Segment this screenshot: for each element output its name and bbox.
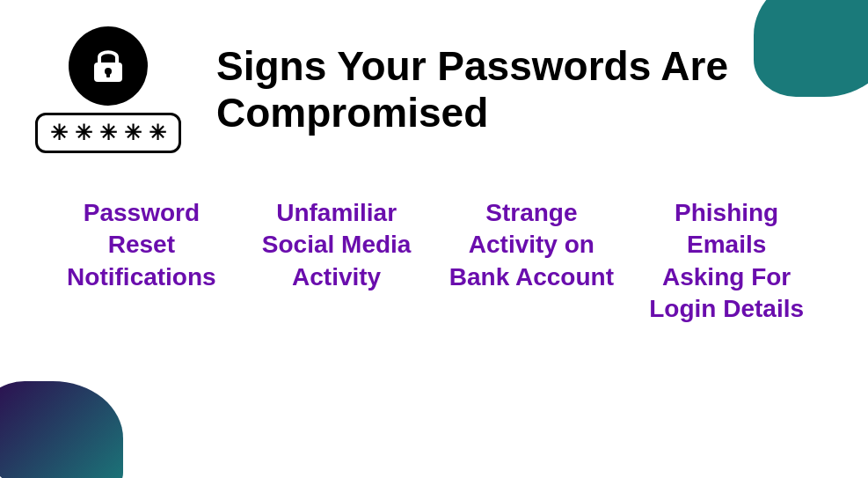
title-line-1: Signs Your Passwords Are: [216, 43, 728, 90]
sign-text-2: UnfamiliarSocial MediaActivity: [240, 197, 434, 293]
password-dots-box: ✳ ✳ ✳ ✳ ✳: [35, 113, 181, 153]
lock-icon: [85, 43, 131, 89]
asterisk-4: ✳: [124, 122, 142, 143]
sign-text-4: PhishingEmailsAsking ForLogin Details: [630, 197, 823, 326]
lock-icon-circle: [69, 26, 148, 106]
main-container: ✳ ✳ ✳ ✳ ✳ Signs Your Passwords Are Compr…: [0, 0, 868, 478]
sign-text-1: PasswordResetNotifications: [45, 197, 238, 293]
asterisk-3: ✳: [99, 122, 117, 143]
sign-item-1: PasswordResetNotifications: [45, 197, 238, 293]
sign-item-4: PhishingEmailsAsking ForLogin Details: [630, 197, 823, 326]
asterisk-1: ✳: [50, 122, 68, 143]
sign-item-2: UnfamiliarSocial MediaActivity: [240, 197, 434, 293]
title-line-2: Compromised: [216, 90, 728, 136]
asterisk-5: ✳: [149, 122, 166, 143]
asterisk-2: ✳: [75, 122, 92, 143]
sign-text-3: StrangeActivity onBank Account: [434, 197, 628, 293]
header-section: ✳ ✳ ✳ ✳ ✳ Signs Your Passwords Are Compr…: [35, 26, 833, 153]
page-title: Signs Your Passwords Are Compromised: [216, 43, 728, 136]
sign-item-3: StrangeActivity onBank Account: [434, 197, 628, 293]
signs-grid: PasswordResetNotifications UnfamiliarSoc…: [35, 197, 833, 326]
icon-area: ✳ ✳ ✳ ✳ ✳: [35, 26, 181, 153]
svg-rect-2: [106, 72, 110, 77]
